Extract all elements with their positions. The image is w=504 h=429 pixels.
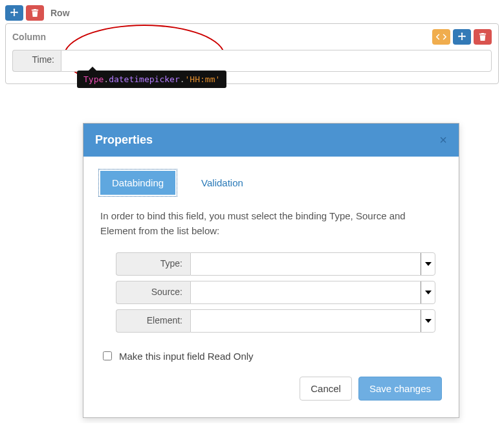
tooltip-type: Type: [83, 74, 104, 84]
time-input[interactable]: [61, 50, 492, 72]
source-label: Source:: [116, 281, 190, 304]
binding-form: Type: Source:: [100, 252, 442, 333]
type-select[interactable]: [190, 252, 435, 276]
tooltip-format: 'HH:mm': [185, 74, 221, 84]
row-label: Row: [50, 8, 70, 18]
element-label: Element:: [116, 309, 190, 333]
readonly-checkbox[interactable]: [103, 351, 112, 360]
element-select[interactable]: [190, 309, 435, 333]
column-actions: [432, 29, 492, 45]
move-icon: [10, 8, 19, 17]
cancel-button[interactable]: Cancel: [300, 377, 352, 401]
readonly-row[interactable]: Make this input field Read Only: [100, 349, 442, 362]
trash-icon: [31, 8, 39, 17]
source-select[interactable]: [190, 281, 435, 304]
page: Row Column Time: Type.datetimepicker.: [5, 5, 499, 418]
modal-footer: Cancel Save changes: [100, 377, 442, 401]
move-icon: [457, 32, 466, 41]
column-container: Column Time: Type.datetimepicker.'HH:mm': [5, 23, 499, 84]
type-label: Type:: [116, 252, 190, 276]
tooltip-picker: datetimepicker: [109, 74, 180, 84]
code-button[interactable]: [432, 29, 450, 45]
trash-icon: [479, 32, 487, 41]
row-toolbar: Row: [5, 5, 499, 21]
modal-title: Properties: [95, 133, 153, 147]
time-field-row: Time:: [12, 50, 492, 72]
move-row-button[interactable]: [5, 5, 23, 21]
binding-tooltip: Type.datetimepicker.'HH:mm': [77, 71, 226, 88]
modal-intro: In order to bind this field, you must se…: [100, 209, 442, 238]
move-column-button[interactable]: [453, 29, 471, 45]
properties-modal: Properties × Databinding Validation In o…: [83, 123, 459, 418]
modal-tabs: Databinding Validation: [100, 171, 442, 195]
chevron-down-icon: [421, 281, 435, 303]
chevron-down-icon: [421, 253, 435, 275]
tab-validation[interactable]: Validation: [190, 171, 255, 195]
delete-column-button[interactable]: [474, 29, 492, 45]
delete-row-button[interactable]: [26, 5, 44, 21]
code-icon: [436, 33, 446, 41]
readonly-label: Make this input field Read Only: [119, 351, 254, 362]
close-icon[interactable]: ×: [439, 133, 447, 148]
save-button[interactable]: Save changes: [358, 377, 442, 401]
modal-header: Properties ×: [83, 124, 459, 157]
time-label: Time:: [12, 50, 61, 72]
tab-databinding[interactable]: Databinding: [100, 171, 175, 195]
chevron-down-icon: [421, 310, 435, 332]
column-label: Column: [12, 32, 46, 42]
